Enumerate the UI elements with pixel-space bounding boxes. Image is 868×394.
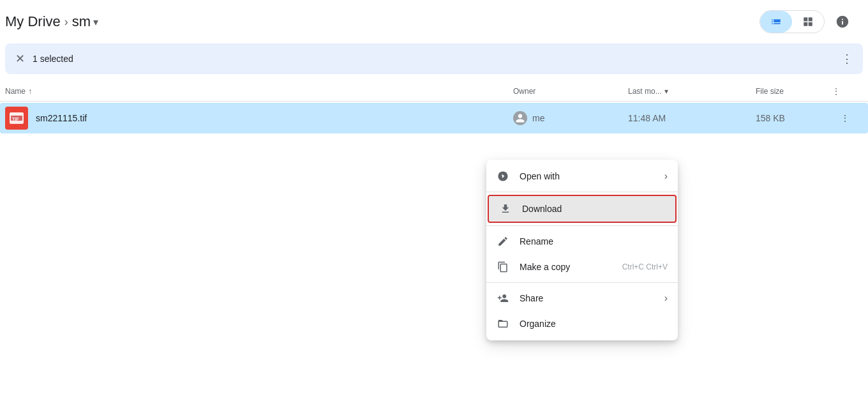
selected-count-label: 1 selected (33, 54, 834, 64)
folder-dropdown-icon: ▾ (93, 16, 98, 28)
file-thumbnail: TIF (5, 107, 28, 130)
share-label: Share (520, 293, 654, 303)
info-button[interactable] (830, 9, 855, 34)
svg-text:TIF: TIF (12, 117, 19, 121)
more-icon: ⋮ (841, 52, 853, 65)
file-more-button[interactable]: ⋮ (832, 113, 858, 123)
open-with-arrow: › (664, 170, 668, 182)
selection-bar: ✕ 1 selected ⋮ (5, 43, 863, 74)
open-with-icon (497, 170, 509, 183)
col-name-header: Name ↑ (5, 87, 513, 96)
context-menu: Open with › Download Rename Make a copy … (486, 160, 678, 340)
menu-item-share[interactable]: Share › (486, 285, 678, 311)
file-size: 158 KB (756, 113, 832, 123)
list-view-button[interactable] (760, 11, 792, 33)
owner-name: me (532, 113, 544, 123)
breadcrumb-chevron: › (63, 15, 70, 29)
grid-view-icon (802, 16, 814, 27)
my-drive-title: My Drive (5, 13, 61, 30)
folder-name-button[interactable]: sm ▾ (72, 13, 98, 30)
menu-item-download[interactable]: Download (488, 195, 677, 223)
file-row[interactable]: TIF sm221115.tif me 11:48 AM 158 KB ⋮ (0, 103, 868, 133)
rename-icon (497, 235, 509, 248)
menu-item-organize[interactable]: Organize (486, 311, 678, 337)
person-icon (515, 113, 525, 123)
copy-shortcut: Ctrl+C Ctrl+V (622, 262, 668, 271)
col-size-header: File size (756, 87, 832, 96)
close-icon: ✕ (15, 52, 25, 66)
rename-label: Rename (520, 236, 668, 246)
tif-file-icon: TIF (10, 112, 24, 124)
view-toggle (760, 10, 825, 33)
divider-3 (486, 282, 678, 283)
grid-view-button[interactable] (792, 11, 824, 33)
header-actions (760, 9, 855, 34)
sort-icon: ↑ (28, 87, 32, 96)
share-icon (497, 292, 509, 305)
col-owner-header: Owner (513, 87, 628, 96)
download-icon (499, 202, 512, 215)
file-owner: me (513, 111, 628, 125)
col-modified-header[interactable]: Last mo... ▾ (628, 87, 756, 96)
menu-item-open-with[interactable]: Open with › (486, 163, 678, 189)
file-modified: 11:48 AM (628, 113, 756, 123)
folder-label: sm (72, 13, 91, 30)
divider-2 (486, 225, 678, 226)
close-selection-button[interactable]: ✕ (15, 52, 25, 66)
organize-icon (497, 317, 509, 330)
col-more-header: ⋮ (832, 87, 858, 96)
name-header-label: Name (5, 87, 26, 96)
menu-item-rename[interactable]: Rename (486, 229, 678, 254)
table-header: Name ↑ Owner Last mo... ▾ File size ⋮ (0, 82, 868, 102)
breadcrumb: My Drive › sm ▾ (5, 13, 98, 30)
file-name-label: sm221115.tif (36, 113, 513, 123)
open-with-label: Open with (520, 171, 654, 181)
copy-icon (497, 261, 509, 273)
divider-1 (486, 192, 678, 192)
header: My Drive › sm ▾ (0, 0, 868, 43)
owner-avatar (513, 111, 527, 125)
make-copy-label: Make a copy (520, 262, 612, 272)
more-actions-button[interactable]: ⋮ (841, 52, 853, 66)
list-view-icon (770, 16, 782, 27)
menu-item-make-copy[interactable]: Make a copy Ctrl+C Ctrl+V (486, 254, 678, 280)
organize-label: Organize (520, 319, 668, 329)
share-arrow: › (664, 292, 668, 304)
info-icon (835, 15, 849, 29)
download-label: Download (522, 204, 665, 214)
